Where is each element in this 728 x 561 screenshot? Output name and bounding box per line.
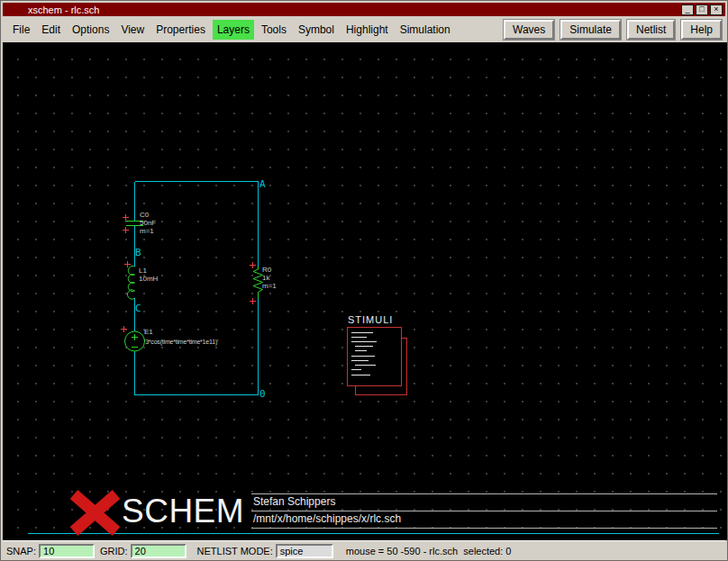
xschem-logo-x-icon	[74, 494, 116, 531]
window-controls: _ □ ×	[681, 5, 725, 15]
net-label-b[interactable]: B	[135, 247, 141, 258]
menu-tools[interactable]: Tools	[257, 20, 291, 40]
menu-simulation[interactable]: Simulation	[396, 20, 455, 40]
capacitor-mult: m=1	[140, 227, 156, 235]
xschem-logo-text: SCHEM	[122, 493, 244, 529]
menu-layers[interactable]: Layers	[213, 20, 254, 40]
net-label-a[interactable]: A	[259, 178, 266, 190]
schematic-canvas[interactable]: A B C 0 C0 50nF m=1 L1 10mH E1 '3*cos(ti…	[3, 42, 727, 540]
resistor-label[interactable]: R0 1k m=1	[262, 266, 277, 290]
menu-symbol[interactable]: Symbol	[294, 20, 339, 40]
menu-view[interactable]: View	[116, 20, 149, 40]
file-path-text[interactable]: /mnt/x/home/schippes/x/rlc.sch	[253, 512, 401, 525]
inductor-value: 10mH	[139, 275, 158, 283]
snap-label: SNAP:	[6, 546, 36, 556]
capacitor-value: 50nF	[140, 219, 156, 227]
source-symbol[interactable]	[125, 331, 145, 351]
help-button[interactable]: Help	[681, 20, 722, 40]
menu-file[interactable]: File	[8, 20, 34, 40]
inductor-ref: L1	[139, 267, 158, 275]
source-value[interactable]: '3*cos(time*time*time*1e11)'	[144, 338, 218, 346]
source-label[interactable]: E1	[144, 328, 153, 336]
titlebar[interactable]: xschem - rlc.sch _ □ ×	[3, 3, 725, 16]
resistor-symbol[interactable]	[253, 267, 263, 298]
grid-input[interactable]	[131, 544, 187, 558]
stimuli-caption[interactable]: STIMULI	[348, 314, 393, 325]
menu-bar: File Edit Options View Properties Layers…	[3, 16, 725, 42]
inductor-label[interactable]: L1 10mH	[139, 267, 158, 283]
xschem-window: xschem - rlc.sch _ □ × File Edit Options…	[0, 0, 728, 561]
mouse-status-text: mouse = 50 -590 - rlc.sch selected: 0	[346, 546, 512, 556]
menu-options[interactable]: Options	[68, 20, 114, 40]
minimize-icon[interactable]: _	[681, 5, 694, 15]
menu-properties[interactable]: Properties	[151, 20, 210, 40]
netlist-button[interactable]: Netlist	[627, 20, 675, 40]
source-ref: E1	[144, 328, 153, 336]
inductor-symbol[interactable]	[128, 267, 135, 300]
menu-highlight[interactable]: Highlight	[341, 20, 393, 40]
simulate-button[interactable]: Simulate	[560, 20, 621, 40]
window-title: xschem - rlc.sch	[3, 5, 99, 15]
author-text[interactable]: Stefan Schippers	[253, 495, 335, 508]
maximize-icon[interactable]: □	[696, 5, 708, 15]
net-label-gnd[interactable]: 0	[259, 388, 266, 400]
status-bar: SNAP: GRID: NETLIST MODE: mouse = 50 -59…	[3, 540, 725, 560]
menu-edit[interactable]: Edit	[37, 20, 65, 40]
close-icon[interactable]: ×	[710, 5, 723, 15]
resistor-ref: R0	[262, 266, 277, 274]
capacitor-ref: C0	[140, 211, 156, 219]
stimuli-icon[interactable]	[348, 328, 407, 395]
resistor-mult: m=1	[262, 282, 277, 290]
snap-input[interactable]	[39, 544, 95, 558]
grid-label: GRID:	[100, 546, 128, 556]
net-label-c[interactable]: C	[135, 303, 141, 314]
capacitor-label[interactable]: C0 50nF m=1	[140, 211, 156, 235]
netlist-mode-input[interactable]	[276, 544, 333, 558]
resistor-value: 1k	[262, 274, 277, 282]
netlist-mode-label: NETLIST MODE:	[197, 546, 273, 556]
schematic-graphics	[3, 42, 727, 540]
waves-button[interactable]: Waves	[504, 20, 554, 40]
